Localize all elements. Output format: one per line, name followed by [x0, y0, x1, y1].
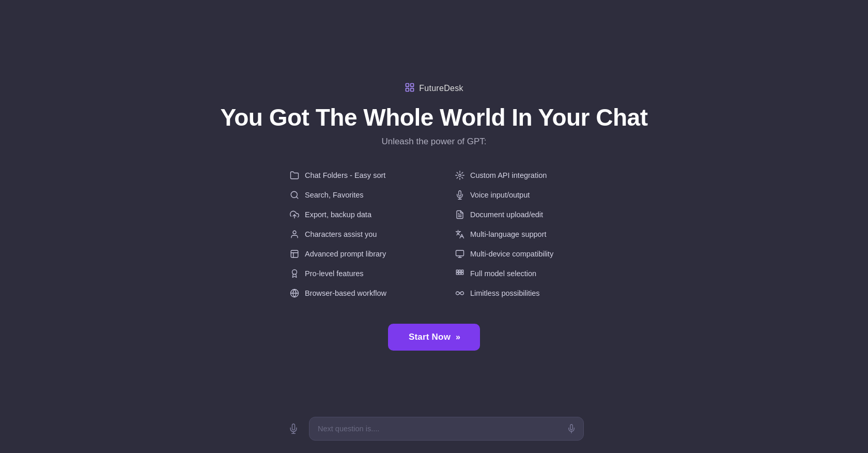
svg-point-7 [293, 231, 296, 234]
svg-line-5 [296, 197, 298, 198]
svg-rect-2 [406, 88, 409, 91]
monitor-icon [455, 249, 465, 259]
feature-label: Pro-level features [305, 269, 364, 278]
svg-rect-1 [411, 83, 414, 86]
svg-point-11 [292, 269, 297, 274]
layout-icon [289, 249, 300, 259]
feature-label: Chat Folders - Easy sort [305, 171, 385, 179]
svg-rect-19 [456, 250, 463, 256]
start-now-button[interactable]: Start Now » [388, 324, 480, 351]
svg-rect-3 [411, 88, 414, 91]
svg-point-14 [459, 174, 461, 176]
chat-input-wrapper [309, 417, 584, 441]
infinity-icon [455, 288, 465, 298]
upload-icon [289, 209, 300, 220]
list-item: Custom API integration [455, 165, 579, 185]
features-right-col: Custom API integration Voice input/outpu… [455, 165, 579, 303]
brand-icon [405, 82, 415, 95]
svg-rect-25 [456, 273, 458, 275]
start-now-label: Start Now [409, 332, 451, 342]
feature-label: Voice input/output [470, 191, 530, 199]
feature-label: Multi-language support [470, 230, 547, 238]
list-item: Search, Favorites [289, 185, 413, 205]
feature-label: Limitless possibilities [470, 289, 540, 297]
mic-right-button[interactable] [567, 424, 576, 433]
chat-input[interactable] [318, 425, 557, 433]
grid-dots-icon [455, 268, 465, 279]
user-icon [289, 229, 300, 239]
list-item: Chat Folders - Easy sort [289, 165, 413, 185]
attach-mic-button[interactable] [284, 419, 303, 438]
feature-label: Advanced prompt library [305, 250, 386, 258]
feature-label: Multi-device compatibility [470, 250, 553, 258]
list-item: Browser-based workflow [289, 283, 413, 303]
feature-label: Full model selection [470, 269, 536, 278]
list-item: Advanced prompt library [289, 244, 413, 264]
globe-icon [289, 288, 300, 298]
file-icon [455, 209, 465, 220]
main-content: FutureDesk You Got The Whole World In Yo… [221, 82, 648, 351]
page-subtitle: Unleash the power of GPT: [381, 137, 486, 147]
feature-label: Custom API integration [470, 171, 547, 179]
translate-icon [455, 229, 465, 239]
feature-label: Browser-based workflow [305, 289, 386, 297]
list-item: Multi-device compatibility [455, 244, 579, 264]
svg-rect-8 [291, 250, 298, 258]
feature-label: Search, Favorites [305, 191, 364, 199]
award-icon [289, 268, 300, 279]
list-item: Pro-level features [289, 264, 413, 283]
features-left-col: Chat Folders - Easy sort Search, Favorit… [289, 165, 413, 303]
brand: FutureDesk [405, 82, 463, 95]
api-icon [455, 170, 465, 180]
chevrons-icon: » [456, 333, 459, 342]
list-item: Full model selection [455, 264, 579, 283]
mic-icon [455, 190, 465, 200]
svg-rect-22 [456, 270, 458, 272]
svg-rect-27 [461, 273, 463, 275]
svg-rect-0 [406, 83, 409, 86]
folder-icon [289, 170, 300, 180]
page-headline: You Got The Whole World In Your Chat [221, 103, 648, 131]
list-item: Voice input/output [455, 185, 579, 205]
list-item: Characters assist you [289, 224, 413, 244]
feature-label: Characters assist you [305, 230, 377, 238]
search-icon [289, 190, 300, 200]
brand-name: FutureDesk [419, 84, 463, 93]
list-item: Limitless possibilities [455, 283, 579, 303]
bottom-input-bar [284, 417, 584, 441]
list-item: Document upload/edit [455, 205, 579, 224]
list-item: Multi-language support [455, 224, 579, 244]
svg-rect-24 [461, 270, 463, 272]
list-item: Export, backup data [289, 205, 413, 224]
feature-label: Document upload/edit [470, 210, 543, 219]
features-grid: Chat Folders - Easy sort Search, Favorit… [289, 165, 579, 303]
svg-rect-23 [459, 270, 461, 272]
feature-label: Export, backup data [305, 210, 371, 219]
svg-rect-26 [459, 273, 461, 275]
